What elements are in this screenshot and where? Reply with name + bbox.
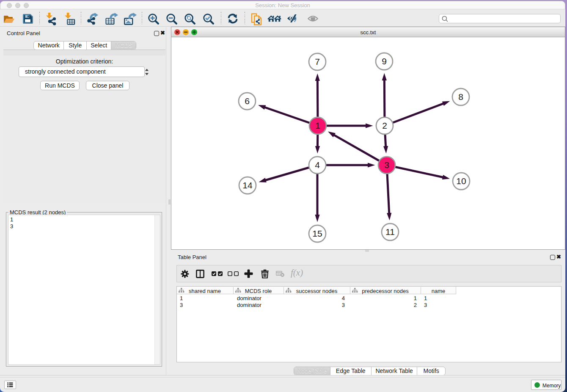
svg-text:3: 3 xyxy=(384,160,389,170)
svg-text:14: 14 xyxy=(242,180,253,190)
svg-text:15: 15 xyxy=(312,229,322,238)
svg-text:6: 6 xyxy=(245,96,250,106)
svg-text:7: 7 xyxy=(315,57,320,66)
svg-text:4: 4 xyxy=(315,160,320,170)
svg-text:2: 2 xyxy=(382,121,387,130)
svg-text:8: 8 xyxy=(458,92,463,102)
svg-text:11: 11 xyxy=(385,227,395,237)
svg-text:10: 10 xyxy=(456,176,466,186)
svg-text:9: 9 xyxy=(382,56,387,66)
svg-text:1: 1 xyxy=(315,121,320,130)
